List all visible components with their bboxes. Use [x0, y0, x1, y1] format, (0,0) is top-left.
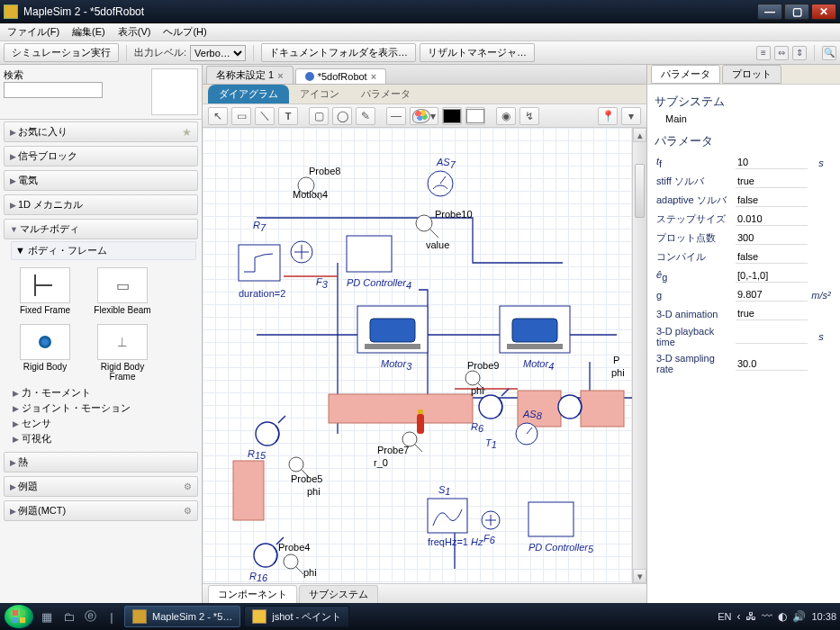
palette-flexible-beam[interactable]: ▭Flexible Beam	[88, 267, 157, 315]
menu-help[interactable]: ヘルプ(H)	[159, 23, 210, 40]
menu-view[interactable]: 表示(V)	[114, 23, 155, 40]
scroll-up-icon[interactable]: ▴	[633, 128, 646, 142]
vertical-scrollbar[interactable]: ▴ ▾	[632, 128, 646, 583]
scroll-down-icon[interactable]: ▾	[633, 569, 646, 583]
param-input[interactable]	[736, 212, 808, 226]
align-left-icon[interactable]: ≡	[756, 46, 771, 60]
tab-icon[interactable]: アイコン	[289, 85, 350, 104]
acc-electrical[interactable]: ▶電気	[4, 170, 198, 191]
ellipse-tool-icon[interactable]: ◯	[332, 107, 352, 125]
tray-activity-icon[interactable]: 〰	[762, 610, 772, 623]
svg-text:AS7: AS7	[436, 157, 456, 170]
svg-text:phi: phi	[471, 385, 484, 396]
diagram-canvas[interactable]: duration=2 R7 F3 PD Controller4 Probe8 M…	[203, 128, 646, 583]
rect-tool-icon[interactable]: ▢	[309, 107, 329, 125]
close-icon[interactable]: ×	[277, 70, 283, 81]
task-jshot[interactable]: jshot - ペイント	[244, 606, 349, 627]
document-folder-button[interactable]: ドキュメントフォルダを表示…	[261, 43, 416, 62]
acc-multibody[interactable]: ▼マルチボディ	[4, 219, 198, 239]
param-input[interactable]	[736, 175, 808, 188]
param-input[interactable]	[736, 288, 808, 302]
palette-rigid-body[interactable]: Rigid Body	[11, 324, 79, 382]
line-style-icon[interactable]: —	[386, 107, 406, 125]
task-maplesim[interactable]: MapleSim 2 - *5…	[124, 606, 240, 627]
pointer-tool-icon[interactable]: ↖	[208, 107, 228, 125]
connect-tool-icon[interactable]: ↯	[519, 107, 539, 125]
marquee-tool-icon[interactable]: ▭	[231, 107, 251, 125]
param-unit: s	[809, 153, 833, 172]
tab-diagram[interactable]: ダイアグラム	[208, 85, 289, 104]
minimize-button[interactable]: —	[757, 4, 782, 20]
draw-tool-icon[interactable]: ✎	[356, 107, 375, 125]
clock[interactable]: 10:38	[811, 611, 836, 622]
language-indicator[interactable]: EN	[718, 611, 731, 622]
svg-rect-64	[428, 499, 467, 533]
fill-black-icon[interactable]	[442, 107, 462, 125]
close-button[interactable]: ✕	[811, 4, 836, 20]
acc-examples-mct[interactable]: ▶例題(MCT)⚙	[4, 500, 198, 521]
param-input[interactable]	[736, 307, 808, 320]
param-label: ステップサイズ	[655, 210, 734, 229]
acc-examples[interactable]: ▶例題⚙	[4, 476, 198, 497]
run-simulation-button[interactable]: シミュレーション実行	[4, 43, 119, 62]
tab-subsystem[interactable]: サブシステム	[299, 585, 378, 603]
search-input[interactable]	[4, 82, 103, 98]
scroll-thumb[interactable]	[635, 164, 645, 218]
param-input[interactable]	[736, 357, 808, 371]
sub-force[interactable]: ▶ 力・モーメント	[13, 385, 198, 400]
sub-viz[interactable]: ▶ 可視化	[13, 431, 198, 446]
chevron-down-icon[interactable]: ▾	[621, 107, 641, 125]
tray-volume-icon[interactable]: 🔊	[792, 610, 806, 623]
param-unit	[809, 172, 833, 191]
menu-edit[interactable]: 編集(E)	[68, 23, 109, 40]
parameter-header: パラメータ	[655, 133, 833, 149]
align-right-icon[interactable]: ⇕	[792, 46, 807, 60]
param-input[interactable]	[736, 250, 808, 264]
tray-chevron-icon[interactable]: ‹	[736, 610, 740, 623]
svg-text:R6: R6	[471, 421, 484, 434]
acc-favorites[interactable]: ▶お気に入り★	[4, 122, 198, 142]
tab-plot-right[interactable]: プロット	[722, 65, 781, 84]
param-label: 3-D animation	[655, 304, 734, 323]
acc-heat[interactable]: ▶熱	[4, 452, 198, 472]
tray-update-icon[interactable]: ◐	[778, 610, 787, 623]
align-center-icon[interactable]: ⇔	[774, 46, 789, 60]
fill-white-icon[interactable]	[465, 107, 485, 125]
param-label: コンパイル	[655, 248, 734, 266]
probe-tool-icon[interactable]: ◉	[496, 107, 516, 125]
tab-parameter[interactable]: パラメータ	[350, 85, 421, 104]
sub-joint[interactable]: ▶ ジョイント・モーション	[13, 400, 198, 416]
tab-parameter-right[interactable]: パラメータ	[651, 65, 720, 84]
start-button[interactable]	[4, 604, 34, 629]
acc-signal[interactable]: ▶信号ブロック	[4, 146, 198, 166]
quick-explorer-icon[interactable]: 🗀	[59, 608, 77, 626]
sub-sensor[interactable]: ▶ センサ	[13, 416, 198, 431]
maximize-button[interactable]: ▢	[784, 4, 809, 20]
param-input[interactable]	[736, 269, 808, 283]
tab-component[interactable]: コンポーネント	[208, 585, 297, 603]
palette-icon[interactable]: ▾	[410, 107, 438, 125]
view-tabs: ダイアグラム アイコン パラメータ	[203, 85, 646, 104]
tab-5dofrobot[interactable]: *5dofRobot ×	[295, 68, 386, 84]
param-input[interactable]	[736, 330, 808, 344]
palette-rigid-body-frame[interactable]: ⟂Rigid Body Frame	[88, 324, 157, 382]
text-tool-icon[interactable]: T	[278, 107, 298, 125]
log-level-select[interactable]: Verbo…	[190, 45, 246, 61]
result-manager-button[interactable]: リザルトマネージャ…	[420, 43, 535, 62]
close-icon[interactable]: ×	[371, 71, 376, 82]
zoom-icon[interactable]: 🔍	[822, 46, 836, 60]
param-input[interactable]	[736, 231, 808, 245]
svg-text:S1: S1	[438, 484, 450, 497]
param-input[interactable]	[736, 156, 808, 169]
pin-tool-icon[interactable]: 📍	[598, 107, 618, 125]
sub-body-frame[interactable]: ▼ ボディ・フレーム	[11, 241, 196, 260]
quick-ie-icon[interactable]: ⓔ	[81, 608, 99, 626]
menu-file[interactable]: ファイル(F)	[4, 23, 63, 40]
line-tool-icon[interactable]: ＼	[255, 107, 275, 125]
acc-1d-mechanical[interactable]: ▶1D メカニカル	[4, 194, 198, 215]
quick-desktop-icon[interactable]: ▦	[38, 608, 56, 626]
tray-network-icon[interactable]: 🖧	[745, 610, 756, 623]
param-input[interactable]	[736, 194, 808, 207]
tab-untitled[interactable]: 名称未設定 1 ×	[206, 66, 294, 84]
palette-fixed-frame[interactable]: Fixed Frame	[11, 267, 79, 315]
